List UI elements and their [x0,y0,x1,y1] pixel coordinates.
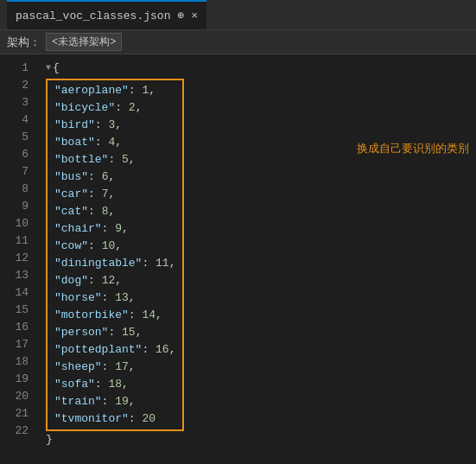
line-num-7: 7 [0,163,29,181]
line-num-20: 20 [0,388,29,405]
code-line-14: "horse": 13, [54,289,175,307]
code-box: "aeroplane": 1, "bicycle": 2, "bird": 3,… [46,79,184,431]
line-num-21: 21 [0,405,29,423]
code-line-15: "motorbike": 14, [54,307,175,324]
editor-area: 1 2 3 4 5 6 7 8 9 10 11 12 13 14 15 16 1… [0,54,476,464]
file-name: pascal_voc_classes.json [16,10,170,22]
code-line-5: "boat": 4, [54,134,175,151]
line-num-11: 11 [0,232,29,250]
pin-icon[interactable]: ⊕ [177,9,184,22]
code-line-10: "chair": 9, [54,220,175,238]
code-line-4: "bird": 3, [54,117,175,134]
code-line-8: "car": 7, [54,186,175,203]
line-num-1: 1 [0,60,29,77]
close-icon[interactable]: × [191,10,198,22]
code-line-18: "sheep": 17, [54,359,175,376]
title-bar: pascal_voc_classes.json ⊕ × [0,0,476,30]
line-numbers: 1 2 3 4 5 6 7 8 9 10 11 12 13 14 15 16 1… [0,54,39,464]
code-line-20: "train": 19, [54,393,175,410]
code-line-6: "bottle": 5, [54,151,175,168]
file-tab[interactable]: pascal_voc_classes.json ⊕ × [7,0,206,29]
line-num-15: 15 [0,302,29,319]
line-num-16: 16 [0,319,29,336]
code-line-3: "bicycle": 2, [54,99,175,117]
line-num-19: 19 [0,371,29,388]
code-line-12: "diningtable": 11, [54,255,175,272]
code-line-16: "person": 15, [54,324,175,341]
code-editor[interactable]: ▼ { "aeroplane": 1, "bicycle": 2, "bird"… [39,54,476,464]
annotation: 换成自己要识别的类别 [357,141,469,156]
line-num-5: 5 [0,129,29,146]
line-num-3: 3 [0,94,29,111]
line-num-10: 10 [0,215,29,232]
line-num-18: 18 [0,353,29,371]
code-line-1: ▼ { [46,60,476,77]
code-line-22: } [46,431,476,448]
line-num-4: 4 [0,111,29,129]
code-line-9: "cat": 8, [54,203,175,220]
arch-value[interactable]: <未选择架构> [46,33,122,51]
line-num-2: 2 [0,77,29,94]
line-num-14: 14 [0,284,29,302]
line-num-13: 13 [0,267,29,284]
code-line-11: "cow": 10, [54,238,175,255]
code-line-19: "sofa": 18, [54,376,175,393]
code-line-2: "aeroplane": 1, [54,82,175,99]
line-num-17: 17 [0,336,29,353]
code-line-7: "bus": 6, [54,168,175,186]
code-line-21: "tvmonitor": 20 [54,410,175,428]
collapse-icon[interactable]: ▼ [46,60,51,77]
line-num-9: 9 [0,198,29,215]
toolbar: 架构： <未选择架构> [0,30,476,54]
line-num-6: 6 [0,146,29,163]
line-num-12: 12 [0,250,29,267]
code-line-13: "dog": 12, [54,272,175,289]
line-num-8: 8 [0,181,29,198]
arch-label: 架构： [7,35,41,50]
line-num-22: 22 [0,423,29,440]
code-line-17: "pottedplant": 16, [54,341,175,359]
